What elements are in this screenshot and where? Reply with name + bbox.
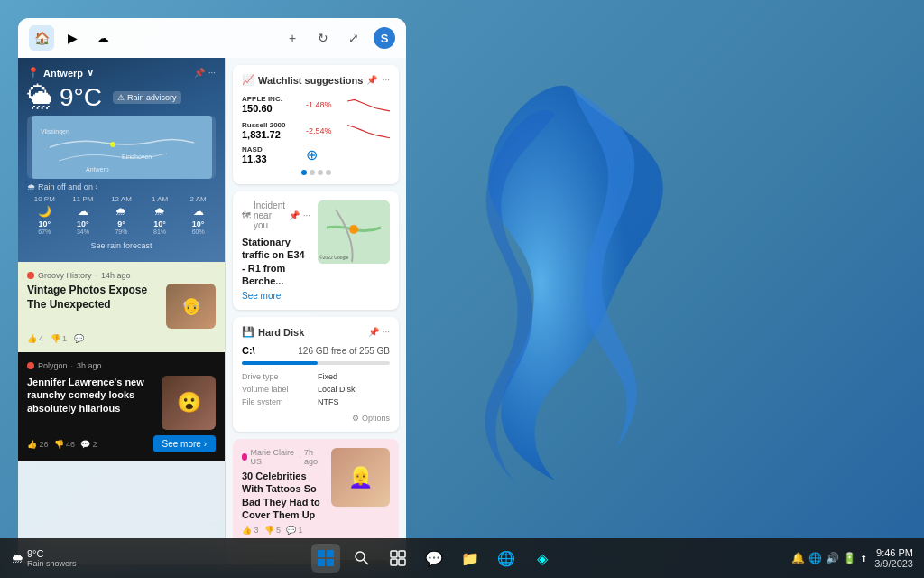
widget-button[interactable]: ◈: [528, 544, 557, 573]
russell-stock-change: -2.54%: [306, 126, 342, 135]
volume-icon[interactable]: 🔊: [826, 552, 839, 564]
profile-button[interactable]: S: [374, 27, 395, 49]
filesystem-value: NTFS: [318, 397, 390, 406]
svg-text:Vlissingen: Vlissingen: [41, 128, 69, 135]
stock-row-nasdaq[interactable]: NASD 11,33 ⊕: [242, 145, 390, 164]
temperature: 9°C: [60, 83, 102, 112]
thumbs-up-icon: 👍: [27, 334, 37, 343]
add-button[interactable]: +: [282, 27, 303, 49]
pin-icon[interactable]: 📌: [194, 68, 205, 78]
upload-icon[interactable]: ⬆: [860, 554, 867, 564]
celeb-news-card[interactable]: Marie Claire US · 7h ago 30 Celebrities …: [233, 439, 399, 544]
network-icon[interactable]: 🌐: [808, 552, 822, 564]
weather-advisory: ⚠ Rain advisory: [113, 91, 181, 104]
taskbar-temp: 9°C: [27, 548, 77, 559]
svg-point-1: [110, 142, 116, 147]
svg-rect-0: [32, 116, 212, 179]
battery-icon[interactable]: 🔋: [843, 552, 856, 564]
svg-line-13: [364, 560, 368, 564]
volume-label-label: Volume label: [242, 385, 314, 394]
jennifer-news-source: Polygon · 3h ago: [27, 361, 216, 370]
explorer-button[interactable]: 📁: [456, 544, 485, 573]
widget-topbar: 🏠 ▶ ☁ + ↻ ⤢ S: [18, 18, 406, 58]
stock-row-apple[interactable]: APPLE INC. 150.60 -1.48%: [242, 93, 390, 116]
volume-label-value: Local Disk: [318, 385, 390, 394]
disk-options: ⚙ Options: [242, 414, 390, 423]
weather-location[interactable]: 📍 Antwerp ∨: [27, 67, 94, 79]
disk-pin-icon[interactable]: 📌: [368, 327, 379, 337]
watchlist-pagination: [242, 170, 390, 175]
taskbar-weather[interactable]: 🌧 9°C Rain showers: [11, 548, 77, 568]
weather-map: Vlissingen Eindhoven Antwerp: [27, 116, 216, 179]
svg-rect-14: [391, 551, 397, 557]
see-rain-forecast-button[interactable]: See rain forecast: [27, 238, 216, 253]
topbar-icons: 🏠 ▶ ☁: [29, 25, 116, 51]
traffic-pin-icon[interactable]: 📌: [289, 210, 300, 220]
traffic-title: Stationary traffic on E34 - R1 from Berc…: [242, 236, 310, 287]
traffic-more-icon[interactable]: ···: [303, 210, 310, 220]
more-icon[interactable]: ···: [208, 68, 216, 78]
taskbar-weather-icon: 🌧: [11, 551, 23, 565]
watchlist-more-icon[interactable]: ···: [383, 75, 390, 85]
disk-options-button[interactable]: ⚙ Options: [242, 414, 390, 423]
rain-icon: 🌧: [27, 182, 35, 191]
right-column: 📈 Watchlist suggestions 📌 ··· APPLE INC.…: [226, 58, 406, 564]
start-button[interactable]: [311, 544, 340, 573]
groovy-likes: 👍 4: [27, 334, 43, 343]
hourly-item-4: 2 AM ☁ 10° 60%: [180, 195, 216, 235]
rain-label: Rain off and on ›: [38, 182, 97, 191]
see-more-button[interactable]: See more ›: [153, 435, 216, 452]
stock-row-russell[interactable]: Russell 2000 1,831.72 -2.54%: [242, 119, 390, 142]
disk-details: Drive type Fixed Volume label Local Disk…: [242, 372, 390, 406]
traffic-widget: 🗺 Incident near you 📌 ··· Stationary tra…: [233, 191, 399, 310]
chat-button[interactable]: 💬: [420, 544, 448, 573]
notification-icon[interactable]: 🔔: [791, 552, 805, 564]
watchlist-title: 📈 Watchlist suggestions: [242, 74, 363, 86]
wallpaper-decoration: [401, 45, 744, 515]
taskbar: 🌧 9°C Rain showers: [0, 538, 924, 578]
add-stock-icon[interactable]: ⊕: [306, 147, 318, 163]
groovy-news-source: Groovy History · 14h ago: [27, 271, 216, 280]
traffic-see-more[interactable]: See more: [242, 291, 310, 301]
disk-bar-fill: [242, 361, 318, 365]
svg-rect-17: [399, 559, 405, 565]
clock-date: 3/9/2023: [874, 558, 913, 569]
traffic-actions: 📌 ···: [289, 210, 310, 220]
nasdaq-stock-name: NASD 11,33: [242, 145, 300, 164]
weather-header: 📍 Antwerp ∨ 📌 ···: [27, 67, 216, 79]
edge-button[interactable]: 🌐: [492, 544, 521, 573]
groovy-news-card[interactable]: Groovy History · 14h ago Vintage Photos …: [18, 262, 225, 352]
watchlist-pin-icon[interactable]: 📌: [366, 75, 377, 85]
svg-rect-11: [327, 559, 334, 566]
search-button[interactable]: [347, 544, 376, 573]
rain-forecast-button[interactable]: 🌧 Rain off and on ›: [27, 182, 216, 191]
clock-time: 9:46 PM: [874, 547, 913, 558]
jennifer-news-title: Jennifer Lawrence's new raunchy comedy l…: [27, 376, 154, 430]
dot-4: [326, 170, 331, 175]
jennifer-news-card[interactable]: Polygon · 3h ago Jennifer Lawrence's new…: [18, 352, 225, 461]
video-icon[interactable]: ▶: [60, 25, 85, 51]
celeb-news-title: 30 Celebrities With Tattoos So Bad They …: [242, 470, 324, 521]
traffic-info: 🗺 Incident near you 📌 ··· Stationary tra…: [242, 200, 310, 301]
expand-button[interactable]: ⤢: [343, 27, 365, 49]
svg-point-12: [356, 552, 365, 561]
refresh-button[interactable]: ↻: [312, 27, 334, 49]
jennifer-dislikes: 👎 46: [54, 440, 76, 449]
celeb-comments: 💬 1: [286, 526, 303, 535]
task-view-button[interactable]: [383, 544, 412, 573]
chevron-down-icon: ∨: [87, 67, 94, 79]
disk-more-icon[interactable]: ···: [383, 327, 390, 337]
source-dot-celeb: [242, 453, 247, 461]
taskbar-condition: Rain showers: [27, 559, 77, 568]
weather-nav-icon[interactable]: ☁: [90, 25, 116, 51]
home-icon[interactable]: 🏠: [29, 25, 54, 51]
drive-type-label: Drive type: [242, 372, 314, 381]
celeb-news-source: Marie Claire US · 7h ago: [242, 448, 324, 466]
groovy-news-engagement: 👍 4 👎 1 💬: [27, 334, 216, 343]
chart-icon: 📈: [242, 74, 254, 86]
hourly-item-0: 10 PM 🌙 10° 67%: [27, 195, 62, 235]
jennifer-inner: Jennifer Lawrence's new raunchy comedy l…: [27, 376, 216, 430]
left-column: 📍 Antwerp ∨ 📌 ··· 🌦 9°C: [18, 58, 226, 564]
disk-title: 💾 Hard Disk: [242, 326, 304, 338]
taskbar-clock[interactable]: 9:46 PM 3/9/2023: [874, 547, 913, 569]
